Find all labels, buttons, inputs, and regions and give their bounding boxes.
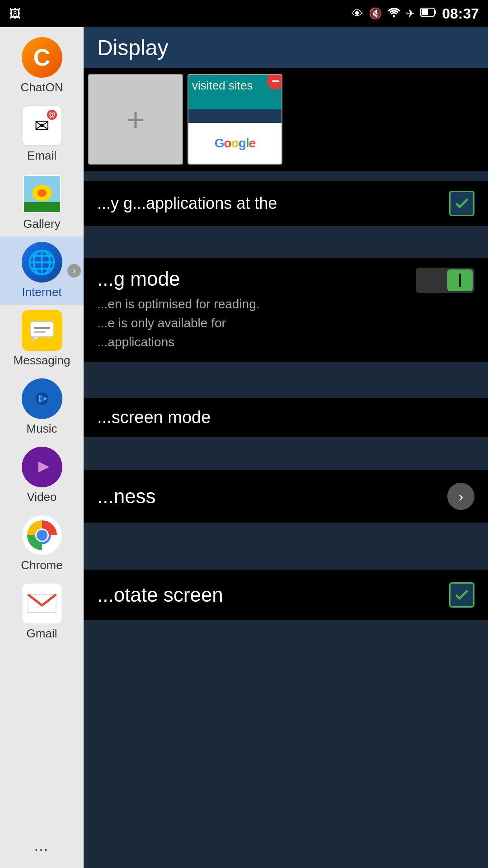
visited-sites-tab[interactable]: visited sites − Google (188, 74, 282, 165)
sidebar-item-gallery[interactable]: Gallery (0, 168, 84, 236)
video-label: Video (27, 490, 56, 504)
sidebar-item-chaton[interactable]: C ChatON (0, 32, 84, 100)
svg-rect-8 (31, 321, 53, 337)
open-apps-checkbox[interactable] (449, 191, 474, 216)
notification-icon: 🖼 (9, 7, 21, 21)
status-right: 👁 🔇 ✈ 08:37 (352, 5, 479, 22)
internet-chevron-icon: › (67, 264, 81, 278)
svg-rect-2 (422, 9, 428, 15)
reading-mode-text: ...g mode ...en is optimised for reading… (97, 268, 416, 352)
reading-mode-description: ...en is optimised for reading....e is o… (97, 295, 407, 352)
svg-rect-11 (34, 331, 46, 333)
time-display: 08:37 (442, 5, 479, 22)
open-apps-row: ...y g...applications at the (84, 181, 488, 226)
internet-app-icon: 🌐 (22, 242, 62, 283)
gmail-app-icon (22, 583, 62, 624)
wifi-icon (388, 7, 400, 20)
email-app-icon: ✉ @ (22, 105, 62, 146)
open-apps-label: ...y g...applications at the (97, 194, 277, 213)
chaton-icon: C (22, 37, 62, 78)
new-tab-button[interactable]: + (88, 74, 183, 165)
rotate-screen-checkbox[interactable] (449, 582, 474, 608)
reading-mode-row: ...g mode ...en is optimised for reading… (84, 258, 488, 362)
toggle-knob (447, 269, 473, 291)
chrome-app-icon (22, 515, 62, 556)
content-header: Display (84, 27, 488, 69)
mute-icon: 🔇 (369, 7, 382, 20)
sidebar-item-email[interactable]: ✉ @ Email (0, 100, 84, 168)
svg-rect-3 (434, 10, 436, 14)
svg-rect-7 (24, 202, 60, 212)
browser-tabs-area: + visited sites − Google (84, 68, 488, 171)
video-app-icon (22, 447, 62, 487)
airplane-icon: ✈ (406, 7, 415, 20)
sidebar: C ChatON ✉ @ Email Gallery (0, 27, 84, 868)
main-layout: C ChatON ✉ @ Email Gallery (0, 27, 488, 868)
status-left: 🖼 (9, 7, 21, 21)
grid-dots-icon: ⋯ (34, 841, 50, 858)
gallery-label: Gallery (23, 217, 60, 231)
content-area: Display + visited sites − Google (84, 27, 488, 868)
chaton-label: ChatON (21, 80, 63, 94)
internet-label: Internet (22, 285, 61, 299)
messaging-app-icon (22, 310, 62, 351)
svg-point-21 (37, 530, 47, 541)
rotate-screen-label: ...otate screen (97, 584, 223, 606)
music-app-icon (22, 378, 62, 419)
new-tab-plus-icon: + (126, 101, 145, 138)
svg-point-6 (38, 189, 47, 197)
screen-mode-label: ...screen mode (97, 408, 474, 427)
svg-point-0 (393, 15, 395, 18)
reading-mode-toggle[interactable] (416, 268, 474, 293)
status-bar: 🖼 👁 🔇 ✈ 08:37 (0, 0, 488, 27)
reading-mode-title: ...g mode (97, 268, 407, 290)
rotate-screen-row: ...otate screen (84, 570, 488, 621)
close-icon: − (272, 74, 280, 88)
url-bar (188, 109, 282, 123)
brightness-row[interactable]: ...ness › (84, 470, 488, 523)
screen-mode-row: ...screen mode (84, 398, 488, 438)
eye-icon: 👁 (352, 7, 363, 21)
sidebar-item-messaging[interactable]: Messaging (0, 305, 84, 373)
open-apps-text: ...y g...applications at the (97, 194, 277, 213)
sidebar-item-gmail[interactable]: Gmail (0, 578, 84, 646)
chrome-label: Chrome (21, 558, 62, 572)
close-tab-button[interactable]: − (267, 74, 282, 90)
sidebar-item-chrome[interactable]: Chrome (0, 509, 84, 578)
sidebar-item-video[interactable]: Video (0, 441, 84, 509)
music-label: Music (27, 422, 57, 436)
gallery-app-icon (22, 174, 62, 214)
google-logo: Google (188, 123, 282, 164)
sidebar-item-music[interactable]: Music (0, 373, 84, 441)
toggle-knob-line (459, 274, 461, 287)
gmail-label: Gmail (27, 627, 57, 641)
svg-marker-9 (31, 337, 40, 342)
app-grid-button[interactable]: ⋯ (0, 835, 84, 863)
battery-icon (420, 8, 436, 19)
messaging-label: Messaging (14, 354, 70, 368)
tab-preview: Google (188, 109, 282, 164)
sidebar-item-internet[interactable]: 🌐 Internet › (0, 236, 84, 305)
email-label: Email (27, 149, 56, 163)
page-title: Display (97, 35, 474, 60)
brightness-label: ...ness (97, 485, 156, 508)
visited-sites-label: visited sites (192, 79, 253, 93)
svg-rect-10 (34, 327, 50, 329)
svg-point-15 (40, 396, 44, 401)
brightness-chevron-icon[interactable]: › (447, 483, 474, 510)
